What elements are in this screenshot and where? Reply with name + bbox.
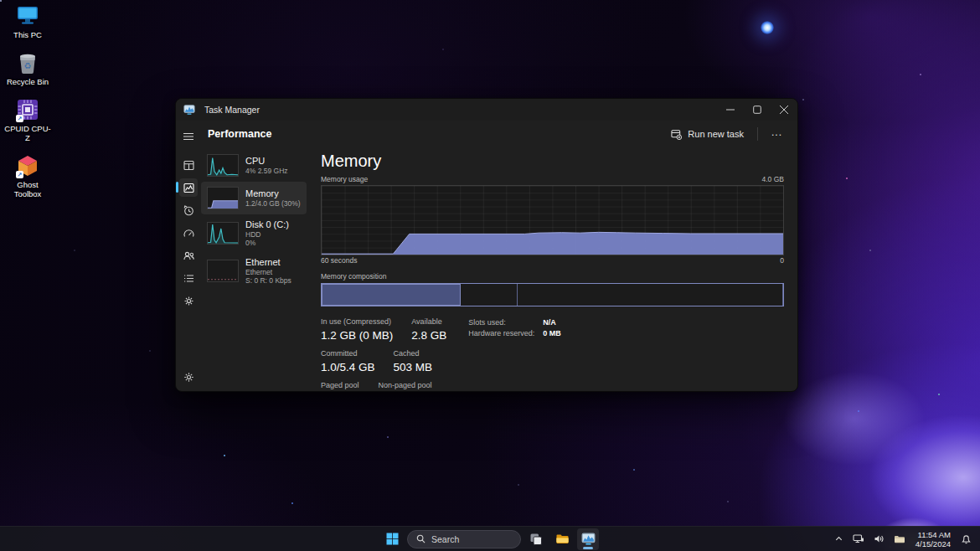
shortcut-arrow-icon: ↗ [16, 171, 23, 178]
desktop-icon-list: This PC♻Recycle Bin↗CPUID CPU-Z↗Ghost To… [2, 3, 54, 209]
svg-text:♻: ♻ [24, 61, 32, 70]
stat-non-paged-pool: Non-paged pool 71.5 MB [379, 381, 432, 392]
tray-chevron-up-icon[interactable] [831, 529, 847, 549]
notification-bell-icon[interactable] [957, 529, 975, 549]
perf-list-item-memory[interactable]: Memory1.2/4.0 GB (30%) [201, 182, 307, 214]
memory-composition-label: Memory composition [321, 271, 784, 281]
desktop-icon-recycle-bin[interactable]: ♻Recycle Bin [2, 50, 54, 86]
page-title: Performance [208, 128, 271, 140]
stat-label: Available [411, 317, 446, 327]
stat-value: 1.0/5.4 GB [321, 361, 375, 373]
desktop-icon-label: This PC [13, 30, 42, 39]
search-placeholder: Search [431, 534, 459, 544]
start-button[interactable] [381, 528, 403, 550]
stat-available: Available 2.8 GB [411, 317, 446, 342]
desktop-icon-label: CPUID CPU-Z [3, 124, 52, 142]
perf-item-subtext: HDD [245, 230, 289, 239]
clock-date: 4/15/2024 [916, 539, 951, 548]
mini-graph [207, 154, 239, 177]
tray-network-icon[interactable] [849, 529, 868, 549]
memory-usage-label: Memory usage [321, 174, 368, 184]
kv-value: 0 MB [543, 329, 561, 338]
perf-item-name: Memory [245, 188, 301, 199]
title-bar[interactable]: Task Manager [176, 99, 797, 121]
perf-list-item-cpu[interactable]: CPU4% 2.59 GHz [201, 149, 307, 182]
desktop: This PC♻Recycle Bin↗CPUID CPU-Z↗Ghost To… [0, 0, 980, 551]
desktop-icon-cpuz[interactable]: ↗CPUID CPU-Z [2, 97, 54, 142]
menu-hamburger-icon[interactable] [179, 127, 198, 146]
sidebar-item-startup-apps[interactable] [179, 224, 198, 242]
stat-label: Cached [394, 349, 433, 358]
stat-label: Non-paged pool [379, 381, 432, 390]
memory-panel-title: Memory [321, 151, 784, 171]
cpuz-icon: ↗ [15, 97, 40, 122]
search-icon [416, 534, 426, 543]
sidebar-item-details[interactable] [179, 269, 198, 287]
perf-item-subtext: 4% 2.59 GHz [245, 167, 288, 175]
task-view-icon [529, 533, 543, 546]
task-view-button[interactable] [525, 528, 547, 550]
desktop-icon-this-pc[interactable]: This PC [2, 3, 54, 39]
new-task-icon [671, 129, 682, 140]
perf-item-name: CPU [245, 156, 288, 167]
memory-composition-bar[interactable] [321, 283, 784, 306]
perf-list-item-disk-0-c[interactable]: Disk 0 (C:)HDD0% [201, 214, 307, 252]
mini-graph [207, 260, 239, 282]
sidebar-item-performance[interactable] [179, 178, 198, 197]
composition-segment-2[interactable] [518, 284, 783, 306]
run-new-task-label: Run new task [688, 129, 744, 139]
kv-value: N/A [543, 318, 561, 327]
more-options-button[interactable]: ... [765, 125, 789, 143]
kv-label: Slots used: [468, 318, 534, 327]
perf-item-name: Disk 0 (C:) [245, 219, 289, 230]
desktop-icon-ghost-toolbox[interactable]: ↗Ghost Toolbox [2, 153, 54, 198]
desktop-icon-label: Recycle Bin [7, 77, 49, 86]
perf-list-item-ethernet[interactable]: EthernetEthernetS: 0 R: 0 Kbps [201, 252, 307, 290]
memory-max-label: 4.0 GB [762, 174, 784, 184]
file-explorer-icon [555, 532, 570, 546]
sidebar-item-app-history[interactable] [179, 201, 198, 219]
task-manager-taskbar-button[interactable] [577, 528, 599, 550]
settings-gear-icon[interactable] [179, 368, 198, 386]
sidebar-item-users[interactable] [179, 246, 198, 265]
memory-usage-graph[interactable] [321, 185, 784, 255]
graph-time-label: 60 seconds [321, 255, 357, 265]
stat-cached: Cached 503 MB [394, 349, 433, 373]
composition-segment-1[interactable] [461, 284, 518, 306]
close-button[interactable] [771, 99, 797, 121]
sidebar-item-processes[interactable] [179, 156, 198, 174]
tray-clock[interactable]: 11:54 AM 4/15/2024 [911, 530, 955, 548]
stat-label: In use (Compressed) [321, 317, 393, 327]
tray-app-folder-icon[interactable] [890, 529, 909, 549]
kv-label: Hardware reserved: [468, 329, 534, 338]
memory-stats: In use (Compressed) 1.2 GB (0 MB)Availab… [321, 317, 784, 392]
stat-value: 2.8 GB [411, 329, 446, 342]
star-field [0, 0, 2, 2]
mini-graph [207, 187, 239, 209]
header-separator [757, 127, 758, 141]
mini-graph [207, 222, 239, 245]
ghost-toolbox-icon: ↗ [15, 153, 40, 178]
perf-item-subtext: S: 0 R: 0 Kbps [245, 276, 291, 285]
bright-star [761, 21, 774, 34]
perf-item-subtext: 1.2/4.0 GB (30%) [245, 199, 301, 208]
composition-segment-0[interactable] [322, 284, 461, 306]
stat-label: Paged pool [321, 381, 360, 390]
search-input[interactable]: Search [407, 530, 521, 548]
sidebar-item-services[interactable] [179, 291, 198, 310]
windows-logo-icon [386, 533, 399, 545]
perf-item-subtext: 0% [245, 239, 289, 247]
memory-detail-panel: Memory Memory usage 4.0 GB 60 seconds 0 [310, 147, 797, 392]
window-title: Task Manager [204, 105, 260, 115]
run-new-task-button[interactable]: Run new task [664, 126, 750, 143]
maximize-button[interactable] [744, 99, 771, 121]
task-manager-icon [581, 532, 596, 546]
shortcut-arrow-icon: ↗ [16, 115, 23, 122]
stat-label: Committed [321, 349, 375, 358]
perf-item-subtext: Ethernet [245, 268, 291, 276]
minimize-button[interactable] [717, 99, 744, 121]
stat-value: 1.2 GB (0 MB) [321, 329, 393, 342]
file-explorer-button[interactable] [551, 528, 573, 550]
tray-volume-icon[interactable] [870, 529, 888, 549]
desktop-icon-label: Ghost Toolbox [3, 180, 52, 198]
